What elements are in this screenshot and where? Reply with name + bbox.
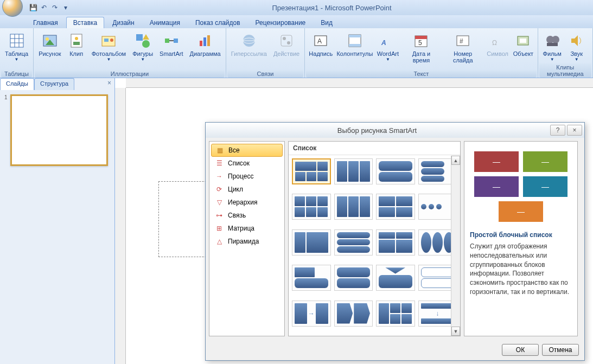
smartart-option-17[interactable] [334,301,373,327]
svg-rect-10 [73,42,80,45]
svg-rect-32 [349,44,361,47]
scroll-down-icon[interactable]: ▼ [451,327,460,336]
svg-text:#: # [460,37,463,45]
movie-button[interactable]: Фильм▼ [540,30,564,63]
slide-thumbnail-1[interactable] [10,94,108,166]
ribbon: Таблица▼ТаблицыРисунокКлипФотоальбом▼Фиг… [0,28,593,78]
ribbon-button-label: Надпись [309,50,333,57]
smartart-option-9[interactable] [334,229,373,256]
dialog-help-button[interactable]: ? [550,125,565,136]
ribbon-button-label: Фотоальбом [92,50,126,57]
picture-button[interactable]: Рисунок [36,30,64,59]
tab-design[interactable]: Дизайн [105,17,141,28]
smartart-option-2[interactable] [376,158,415,184]
category-процесс[interactable]: →Процесс [209,170,284,183]
tab-insert[interactable]: Вставка [66,17,105,28]
category-icon: → [215,172,224,181]
svg-rect-0 [10,34,23,47]
category-label: Процесс [228,173,253,180]
scroll-up-icon[interactable]: ▲ [451,156,460,165]
svg-marker-45 [571,35,578,46]
category-список[interactable]: ☰Список [209,157,284,170]
qat-dropdown-icon[interactable]: ▾ [61,3,71,12]
ok-button[interactable]: ОК [502,344,539,356]
shapes-button[interactable]: Фигуры▼ [130,30,156,63]
slidenumber-button[interactable]: #Номер слайда [442,30,484,65]
smartart-button[interactable]: SmartArt [157,30,186,59]
symbol-button: ΩСимвол [485,30,510,59]
group-label: Связи [227,70,304,78]
svg-rect-14 [136,34,143,41]
action-button: Действие [271,30,302,59]
smartart-option-8[interactable] [292,229,331,256]
category-иерархия[interactable]: ▽Иерархия [209,196,284,209]
headerfooter-button[interactable]: Колонтитулы [335,30,374,59]
panel-tab-slides[interactable]: Слайды [0,78,34,90]
category-list: ▦Все☰Список→Процесс⟳Цикл▽Иерархия⊶Связь⊞… [209,141,285,336]
chart-button[interactable]: Диаграмма [187,30,224,59]
redo-icon[interactable]: ↷ [50,3,60,12]
smartart-option-4[interactable] [292,194,331,220]
panel-tab-outline[interactable]: Структура [34,78,74,90]
save-icon[interactable]: 💾 [28,3,38,12]
panel-tabs: Слайды Структура × [0,78,114,90]
tab-review[interactable]: Рецензирование [248,17,313,28]
sound-icon [568,32,585,49]
object-button[interactable]: Объект [511,30,535,59]
category-цикл[interactable]: ⟳Цикл [209,183,284,196]
dropdown-icon: ▼ [15,57,19,62]
smartart-option-16[interactable]: → [292,301,331,327]
undo-icon[interactable]: ↶ [39,3,49,12]
category-icon: ⊶ [215,211,224,220]
category-label: Связь [228,212,246,219]
smartart-option-1[interactable] [334,158,373,184]
ribbon-button-label: Клип [69,50,83,57]
table-button[interactable]: Таблица▼ [2,30,31,63]
svg-rect-44 [547,43,558,46]
smartart-option-14[interactable] [376,265,415,291]
dialog-close-button[interactable]: × [567,125,582,136]
gallery-scrollbar[interactable]: ▲ ▼ [451,156,460,336]
dialog-footer: ОК Отмена [206,340,584,360]
smartart-option-13[interactable] [334,265,373,291]
ribbon-button-label: Символ [487,50,508,57]
textbox-button[interactable]: AНадпись [307,30,334,59]
smartart-dialog: Выбор рисунка SmartArt ? × ▦Все☰Список→П… [205,122,585,361]
category-icon: ⟳ [215,185,224,194]
ribbon-group-2: ГиперссылкаДействиеСвязи [226,28,305,78]
smartart-option-18[interactable] [376,301,415,327]
tab-view[interactable]: Вид [314,17,340,28]
svg-point-15 [142,40,150,48]
category-label: Матрица [228,225,254,232]
tab-home[interactable]: Главная [26,17,65,28]
ribbon-button-label: Рисунок [39,50,61,57]
cancel-button[interactable]: Отмена [542,344,579,356]
smartart-option-12[interactable] [292,265,331,291]
datetime-button[interactable]: 5Дата и время [401,30,441,65]
sound-button[interactable]: Звук▼ [565,30,588,63]
svg-point-13 [110,39,113,42]
smartart-option-6[interactable] [376,194,415,220]
photoalbum-button[interactable]: Фотоальбом▼ [89,30,129,63]
smartart-option-10[interactable] [376,229,415,256]
dropdown-icon: ▼ [141,57,145,62]
gallery-header: Список [289,142,460,155]
hyperlink-icon [240,32,258,49]
office-button[interactable] [2,0,23,17]
app-title: Презентация1 - Microsoft PowerPoint [71,4,593,12]
svg-rect-41 [520,39,526,43]
wordart-button[interactable]: AWordArt▼ [375,30,401,63]
svg-point-9 [75,37,78,40]
category-пирамида[interactable]: △Пирамида [209,235,284,248]
clip-button[interactable]: Клип [65,30,88,59]
dialog-body: ▦Все☰Список→Процесс⟳Цикл▽Иерархия⊶Связь⊞… [209,141,581,336]
category-все[interactable]: ▦Все [211,144,283,157]
panel-close-icon[interactable]: × [104,78,114,90]
smartart-option-5[interactable] [334,194,373,220]
category-связь[interactable]: ⊶Связь [209,209,284,222]
category-матрица[interactable]: ⊞Матрица [209,222,284,235]
tab-slideshow[interactable]: Показ слайдов [188,17,247,28]
tab-animation[interactable]: Анимация [143,17,187,28]
smartart-option-0[interactable] [292,158,331,184]
svg-rect-31 [349,35,361,37]
